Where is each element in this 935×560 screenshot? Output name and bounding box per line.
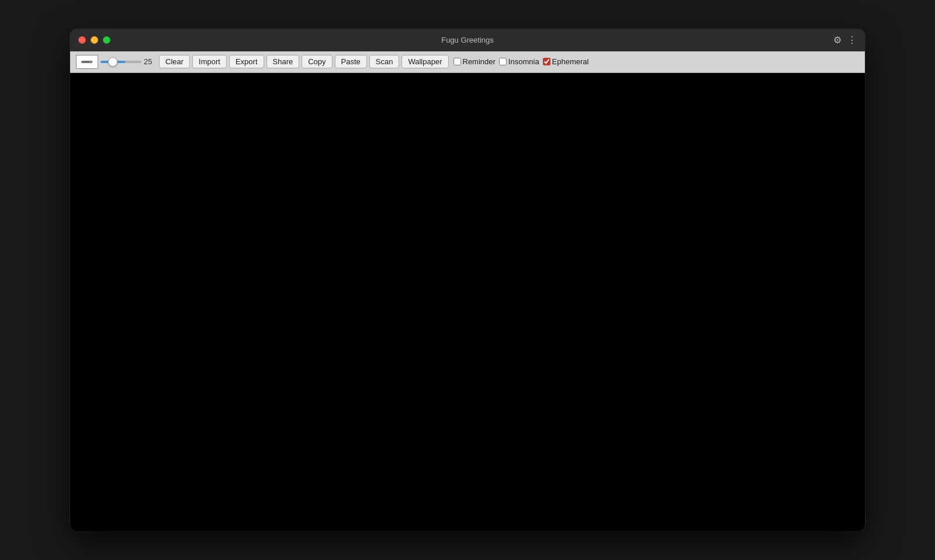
titlebar: Fugu Greetings ⚙ ⋮: [70, 29, 865, 51]
paste-button[interactable]: Paste: [335, 55, 367, 68]
reminder-checkbox[interactable]: [453, 58, 461, 65]
scan-button[interactable]: Scan: [369, 55, 400, 68]
svg-marker-1: [91, 60, 93, 64]
pen-preview-icon: [80, 57, 94, 67]
copy-button[interactable]: Copy: [302, 55, 332, 68]
reminder-text: Reminder: [463, 57, 496, 66]
ephemeral-checkbox[interactable]: [543, 58, 550, 65]
maximize-button[interactable]: [103, 36, 110, 44]
ephemeral-label[interactable]: Ephemeral: [543, 57, 589, 66]
app-window: Fugu Greetings ⚙ ⋮ 25 Clear Import Expor…: [70, 29, 865, 531]
slider-value: 25: [144, 57, 155, 66]
titlebar-actions: ⚙ ⋮: [833, 34, 857, 46]
slider-container: 25: [101, 57, 155, 66]
share-button[interactable]: Share: [266, 55, 300, 68]
clear-button[interactable]: Clear: [159, 55, 190, 68]
export-button[interactable]: Export: [229, 55, 264, 68]
main-canvas[interactable]: [70, 73, 865, 531]
wallpaper-button[interactable]: Wallpaper: [401, 55, 448, 68]
minimize-button[interactable]: [91, 36, 98, 44]
extensions-icon[interactable]: ⚙: [833, 34, 842, 46]
toolbar: 25 Clear Import Export Share Copy Paste …: [70, 51, 865, 73]
menu-icon[interactable]: ⋮: [847, 34, 857, 46]
pen-preview: [76, 55, 98, 69]
insomnia-checkbox[interactable]: [499, 58, 507, 65]
import-button[interactable]: Import: [192, 55, 227, 68]
close-button[interactable]: [78, 36, 86, 44]
svg-rect-0: [81, 61, 91, 63]
ephemeral-text: Ephemeral: [552, 57, 589, 66]
window-title: Fugu Greetings: [441, 36, 494, 44]
insomnia-label[interactable]: Insomnia: [499, 57, 539, 66]
traffic-lights: [78, 36, 110, 44]
reminder-label[interactable]: Reminder: [453, 57, 496, 66]
insomnia-text: Insomnia: [508, 57, 539, 66]
size-slider[interactable]: [101, 61, 141, 63]
checkbox-group: Reminder Insomnia Ephemeral: [453, 57, 589, 66]
